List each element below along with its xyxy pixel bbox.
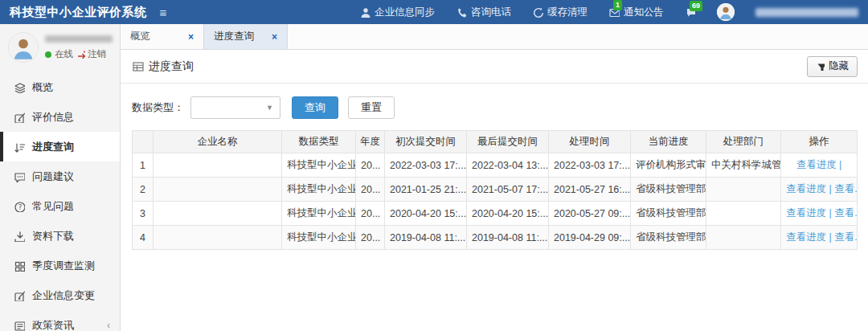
row-index: 3 <box>140 208 145 219</box>
row-index: 2 <box>140 184 145 195</box>
tab-close-icon[interactable]: × <box>259 31 277 43</box>
column-header: 最后提交时间 <box>467 131 549 153</box>
sidebar-item-label: 概览 <box>32 80 53 95</box>
panel-title: 进度查询 <box>132 59 194 74</box>
table-header-row: 企业名称数据类型年度初次提交时间最后提交时间处理时间当前进度处理部门操作 <box>133 131 858 153</box>
first-submit-cell: 2021-01-25 21:... <box>390 184 466 195</box>
person-icon <box>359 6 371 18</box>
logout-icon <box>76 50 85 59</box>
year-cell: 20... <box>361 160 380 171</box>
sidebar-menu-item[interactable]: 政策资讯 ‹ <box>0 310 120 331</box>
last-submit-cell: 2020-04-20 15:... <box>472 208 548 219</box>
table-icon <box>132 60 144 72</box>
tab[interactable]: 概览 × <box>121 24 204 49</box>
sort-icon <box>14 141 25 153</box>
sidebar-menu-item[interactable]: 进度查询 <box>0 132 120 161</box>
sidebar-menu-item[interactable]: 季度调查监测 <box>0 251 120 280</box>
sidebar-item-label: 资料下载 <box>32 229 74 243</box>
results-table-wrap: 企业名称数据类型年度初次提交时间最后提交时间处理时间当前进度处理部门操作 1 科… <box>121 130 868 250</box>
notification-badge: 1 <box>613 0 622 10</box>
layers-icon <box>14 82 25 93</box>
chevron-left-icon: ‹ <box>107 320 110 331</box>
sidebar-menu-item[interactable]: 评价信息 <box>0 102 120 132</box>
sidebar-menu: 概览 评价信息 进度查询 问题建议 常见问题 <box>0 72 120 331</box>
year-cell: 20... <box>361 232 380 243</box>
process-time-cell: 2021-05-27 16:... <box>554 184 630 195</box>
top-bar: 科技型中小企业评价系统 ≡ 企业信息同步 咨询电话 缓存清理 1 通知公告 69 <box>0 0 868 24</box>
current-step-cell: 省级科技管理部... <box>636 207 706 219</box>
process-time-cell: 2019-04-29 09:... <box>554 232 630 243</box>
sidebar-item-label: 问题建议 <box>32 170 74 184</box>
column-header: 处理时间 <box>549 131 631 153</box>
top-nav-item[interactable]: 1 通知公告 <box>608 6 664 19</box>
column-header: 处理部门 <box>706 131 781 153</box>
edit-icon <box>14 290 25 301</box>
data-type-cell: 科技型中小企业... <box>287 159 356 170</box>
sidebar-menu-item[interactable]: 企业信息变更 <box>0 280 120 310</box>
sidebar-profile: 在线 注销 <box>0 24 120 69</box>
sidebar-menu-item[interactable]: 概览 <box>0 72 120 102</box>
hamburger-menu-icon[interactable]: ≡ <box>160 6 167 19</box>
table-row: 2 科技型中小企业... 20... 2021-01-25 21:... 202… <box>133 178 858 202</box>
sidebar-item-label: 企业信息变更 <box>32 288 95 303</box>
tab-close-icon[interactable]: × <box>175 31 194 43</box>
caret-down-icon: ▼ <box>266 104 273 112</box>
tab-label: 进度查询 <box>214 30 254 43</box>
notification-badge: 69 <box>690 1 702 11</box>
process-time-cell: 2022-03-03 17:... <box>554 160 630 171</box>
tab[interactable]: 进度查询 × <box>204 24 288 49</box>
row-index: 1 <box>140 160 145 171</box>
column-header: 当前进度 <box>631 131 706 153</box>
current-step-cell: 评价机构形式审查 <box>636 159 706 170</box>
sidebar: 在线 注销 概览 评价信息 进度查 <box>0 24 121 331</box>
top-nav: 企业信息同步 咨询电话 缓存清理 1 通知公告 69 <box>359 3 858 21</box>
current-step-cell: 省级科技管理部... <box>636 231 706 243</box>
hide-filter-button[interactable]: 隐藏 <box>807 56 858 77</box>
top-nav-item[interactable]: 企业信息同步 <box>359 6 435 19</box>
column-header: 企业名称 <box>154 131 282 153</box>
view-progress-link[interactable]: 查看进度 | 查看... <box>786 183 858 194</box>
online-dot <box>45 51 51 58</box>
view-progress-link[interactable]: 查看进度 | 查看... <box>786 231 858 243</box>
top-nav-label: 缓存清理 <box>547 6 588 19</box>
column-header: 初次提交时间 <box>385 131 467 153</box>
table-body: 1 科技型中小企业... 20... 2022-03-03 17:... 202… <box>133 153 858 250</box>
logout-button[interactable]: 注销 <box>76 48 106 60</box>
sidebar-menu-item[interactable]: 常见问题 <box>0 191 120 221</box>
grid-icon <box>14 260 25 272</box>
user-avatar[interactable] <box>717 3 735 21</box>
online-status: 在线 <box>55 48 73 60</box>
row-index: 4 <box>140 232 145 243</box>
profile-avatar[interactable] <box>8 32 39 63</box>
data-type-select[interactable]: ▼ <box>190 96 280 119</box>
view-progress-link[interactable]: 查看进度 | <box>796 159 842 170</box>
process-time-cell: 2020-05-27 09:... <box>554 208 630 219</box>
department-cell: 中关村科学城管... <box>711 159 781 170</box>
funnel-icon <box>816 62 825 71</box>
sidebar-menu-item[interactable]: 资料下载 <box>0 221 120 251</box>
refresh-icon <box>532 6 543 18</box>
sidebar-menu-item[interactable]: 问题建议 <box>0 161 120 191</box>
top-nav-item[interactable]: 缓存清理 <box>532 6 588 19</box>
sidebar-item-label: 季度调查监测 <box>32 259 95 273</box>
tab-bar: 概览 × 进度查询 × <box>121 24 868 50</box>
top-nav-item[interactable]: 69 <box>685 6 696 18</box>
main-area: 概览 × 进度查询 × 进度查询 隐藏 数据类型： ▼ 查询 <box>121 24 868 331</box>
first-submit-cell: 2022-03-03 17:... <box>390 160 466 171</box>
data-type-cell: 科技型中小企业... <box>287 231 356 243</box>
first-submit-cell: 2020-04-20 15:... <box>390 208 466 219</box>
view-progress-link[interactable]: 查看进度 | 查看... <box>786 207 858 219</box>
top-nav-label: 企业信息同步 <box>375 6 435 19</box>
data-type-cell: 科技型中小企业... <box>287 207 356 219</box>
news-icon <box>14 320 25 331</box>
download-icon <box>14 231 25 242</box>
phone-icon <box>456 6 467 18</box>
top-nav-item[interactable]: 咨询电话 <box>456 6 511 19</box>
search-button[interactable]: 查询 <box>292 96 338 119</box>
sidebar-item-label: 进度查询 <box>32 140 74 154</box>
first-submit-cell: 2019-04-08 11:... <box>390 232 465 243</box>
reset-button[interactable]: 重置 <box>348 96 395 119</box>
year-cell: 20... <box>361 208 380 219</box>
column-header: 年度 <box>356 131 385 153</box>
top-nav-label: 咨询电话 <box>471 6 511 19</box>
